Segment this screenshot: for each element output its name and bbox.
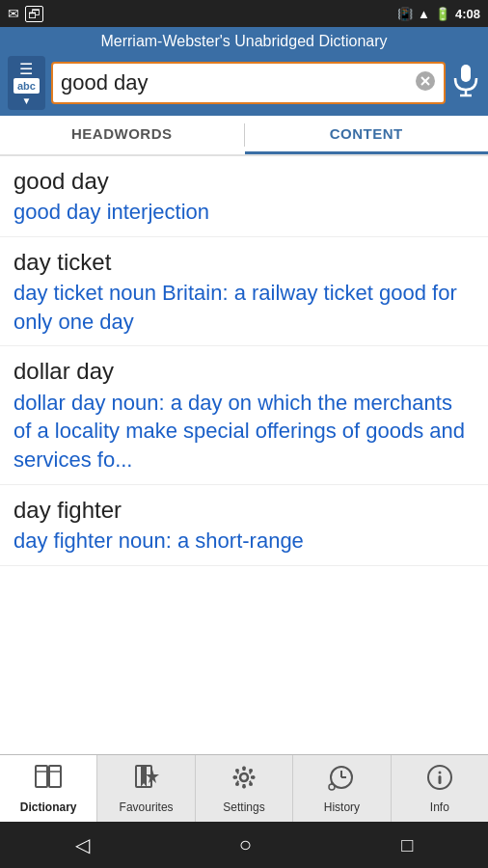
svg-point-18 [249,782,253,786]
search-options-button[interactable]: ☰ abc ▼ [8,56,45,110]
list-item: dollar day dollar day noun: a day on whi… [0,346,488,484]
tab-bar: HEADWORDS CONTENT [0,116,488,156]
search-input[interactable] [61,70,415,95]
hamburger-icon: ☰ [19,60,33,78]
vibrate-icon: 📳 [397,7,413,21]
status-left-icons: ✉ 🗗 [8,6,43,22]
svg-point-13 [242,766,246,770]
list-item: good day good day interjection [0,156,488,237]
svg-point-20 [235,782,239,786]
search-input-wrapper [51,62,446,104]
abc-icon: abc [14,78,40,94]
nav-favourites-label: Favourites [120,800,174,814]
headword-text: good day [14,166,474,196]
svg-point-24 [329,784,335,790]
back-button[interactable]: ◁ [75,833,90,856]
list-item: day ticket day ticket noun Britain: a ra… [0,237,488,347]
list-item: day fighter day fighter noun: a short-ra… [0,485,488,566]
svg-point-12 [240,773,248,781]
bottom-nav: Dictionary Favourites [0,754,488,822]
definition-text[interactable]: dollar day noun: a day on which the merc… [14,389,474,475]
microphone-button[interactable] [451,63,480,104]
info-icon [426,764,453,798]
svg-point-15 [233,775,237,779]
search-row: ☰ abc ▼ [8,56,480,110]
svg-point-14 [242,784,246,788]
nav-info-label: Info [430,800,449,814]
settings-icon [230,764,258,798]
svg-rect-28 [438,775,441,784]
svg-point-16 [252,775,256,779]
svg-rect-6 [36,766,47,787]
headword-text: day ticket [14,247,474,277]
status-bar: ✉ 🗗 📳 ▲ 🔋 4:08 [0,0,488,27]
home-button[interactable]: ○ [239,832,252,857]
headword-text: day fighter [14,495,474,525]
wifi-icon: ▲ [418,7,430,21]
definition-text[interactable]: day fighter noun: a short-range [14,527,474,556]
nav-history-label: History [324,800,360,814]
tabs-icon: 🗗 [25,6,43,22]
tab-headwords[interactable]: HEADWORDS [0,116,244,154]
svg-rect-7 [49,766,61,787]
clear-search-button[interactable] [415,70,436,96]
app-bar: Merriam-Webster's Unabridged Dictionary … [0,27,488,116]
nav-dictionary-label: Dictionary [20,800,77,814]
nav-history[interactable]: History [293,755,391,822]
svg-rect-3 [461,65,471,82]
nav-settings[interactable]: Settings [196,755,293,822]
headword-text: dollar day [14,356,474,386]
nav-dictionary[interactable]: Dictionary [0,755,97,822]
nav-favourites[interactable]: Favourites [97,755,195,822]
favourites-icon [133,764,160,798]
definition-text[interactable]: day ticket noun Britain: a railway ticke… [14,279,474,336]
results-list: good day good day interjection day ticke… [0,156,488,810]
history-icon [328,764,355,798]
nav-settings-label: Settings [223,800,264,814]
definition-text[interactable]: good day interjection [14,198,474,227]
nav-info[interactable]: Info [392,755,488,822]
android-nav-bar: ◁ ○ □ [0,822,488,868]
time-display: 4:08 [455,7,480,21]
dropdown-arrow: ▼ [22,95,32,106]
recents-button[interactable]: □ [401,834,413,856]
svg-point-17 [235,769,239,773]
battery-icon: 🔋 [435,7,450,21]
svg-point-19 [249,769,253,773]
svg-point-27 [438,771,441,773]
status-right-icons: 📳 ▲ 🔋 4:08 [397,7,480,21]
dictionary-icon [34,764,63,798]
tab-content[interactable]: CONTENT [245,116,489,154]
app-title: Merriam-Webster's Unabridged Dictionary [8,33,480,50]
mail-icon: ✉ [8,6,19,21]
